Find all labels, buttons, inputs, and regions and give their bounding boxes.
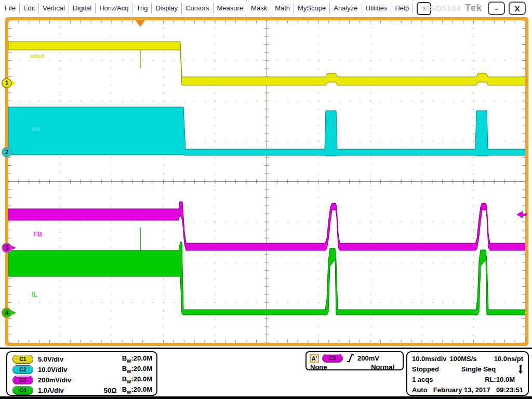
trace-label-fb: FB (33, 230, 42, 238)
oscilloscope-screen: File Edit Vertical Digital Horiz/Acq Tri… (0, 0, 532, 399)
channel-4-marker[interactable]: 4 (2, 308, 16, 317)
menu-item-digital[interactable]: Digital (69, 3, 96, 14)
menu-item-trig[interactable]: Trig (132, 3, 152, 14)
rising-edge-icon (346, 353, 355, 363)
menu-item-horiz-acq[interactable]: Horiz/Acq (96, 3, 132, 14)
svg-text:2: 2 (5, 149, 9, 156)
horizontal-readout-box[interactable]: 10.0ms/div 100MS/s 10.0ns/pt Stopped Sin… (406, 351, 529, 396)
trigger-source-a: A' (310, 354, 319, 363)
close-button[interactable]: X (509, 2, 526, 15)
menu-item-measure[interactable]: Measure (214, 3, 248, 14)
channel-4-readout[interactable]: C4 1.0A/div 50Ω BW:20.0M (7, 385, 156, 395)
svg-text:3: 3 (5, 244, 9, 251)
record-length: RL:10.0M (485, 376, 515, 383)
thermometer-icon (518, 364, 523, 374)
trigger-readout-box[interactable]: A' C3 200mV None Normal (305, 351, 404, 370)
c4-scale: 1.0A/div (38, 387, 64, 394)
c1-bandwidth: BW:20.0M (122, 354, 152, 364)
acquisition-mode: Single Seq (461, 365, 496, 373)
channel-2-readout[interactable]: C2 10.0V/div BW:20.0M (7, 364, 156, 375)
svg-text:4: 4 (5, 309, 9, 316)
menu-item-math[interactable]: Math (271, 3, 294, 14)
sample-rate-value: 100MS/s (450, 355, 477, 363)
acquisition-state: Stopped (412, 365, 439, 373)
graticule (8, 20, 525, 343)
c1-badge: C1 (12, 355, 33, 364)
menu-item-analyze[interactable]: Analyze (330, 3, 362, 14)
c3-bandwidth: BW:20.0M (122, 375, 152, 384)
menu-item-help[interactable]: Help (391, 3, 413, 14)
menu-bar: File Edit Vertical Digital Horiz/Acq Tri… (0, 0, 532, 17)
menu-item-myscope[interactable]: MyScope (294, 3, 330, 14)
minimize-button[interactable]: – (488, 2, 505, 15)
c4-badge: C4 (12, 386, 33, 395)
channel-1-marker[interactable]: 1 (2, 78, 16, 88)
menu-item-file[interactable]: File (1, 3, 20, 14)
readout-bar: C1 5.0V/div BW:20.0M C2 10.0V/div BW:20.… (0, 348, 532, 399)
menu-item-edit[interactable]: Edit (20, 3, 39, 14)
menu-item-vertical[interactable]: Vertical (39, 3, 69, 14)
c2-bandwidth: BW:20.0M (122, 365, 152, 374)
trigger-position-marker[interactable] (136, 20, 145, 27)
trace-label-vout: vout (30, 52, 45, 60)
tek-logo: Tek (465, 3, 482, 14)
c1-scale: 5.0V/div (38, 355, 63, 363)
close-icon: X (514, 4, 520, 13)
c3-scale: 200mV/div (38, 376, 71, 384)
channel-1-readout[interactable]: C1 5.0V/div BW:20.0M (7, 354, 156, 364)
c4-bandwidth: BW:20.0M (122, 385, 152, 395)
time-value: 09:23:51 (496, 386, 523, 394)
c3-badge: C3 (12, 376, 33, 384)
menu-item-mask[interactable]: Mask (247, 3, 271, 14)
trigger-level-value: 200mV (357, 354, 379, 362)
trace-label-il: IL (32, 290, 38, 298)
svg-text:1: 1 (5, 79, 9, 87)
resolution-value: 10.0ns/pt (494, 355, 523, 363)
date-value: February 13, 2017 (433, 386, 490, 394)
model-label: MSO5104 (422, 4, 461, 12)
trigger-mode-auto: Auto (412, 386, 428, 394)
channel-settings-box[interactable]: C1 5.0V/div BW:20.0M C2 10.0V/div BW:20.… (6, 351, 157, 396)
menu-item-cursors[interactable]: Cursors (182, 3, 214, 14)
trigger-b-mode: None (310, 363, 327, 371)
c2-scale: 10.0V/div (38, 366, 67, 374)
trigger-channel-badge: C3 (322, 354, 343, 363)
acquisition-count: 1 acqs (412, 376, 433, 383)
trace-label-sw: sw (31, 125, 41, 132)
menu-item-utilities[interactable]: Utilities (362, 3, 392, 14)
channel-3-readout[interactable]: C3 200mV/div BW:20.0M (7, 375, 156, 385)
c4-impedance: 50Ω (104, 387, 117, 394)
c2-badge: C2 (12, 365, 33, 374)
waveform-display[interactable]: 1 2 3 4 vout sw FB IL (0, 17, 532, 348)
timebase-value: 10.0ms/div (412, 355, 447, 363)
minimize-icon: – (494, 4, 498, 13)
menu-item-display[interactable]: Display (152, 3, 182, 14)
trigger-mode: Normal (371, 363, 394, 371)
